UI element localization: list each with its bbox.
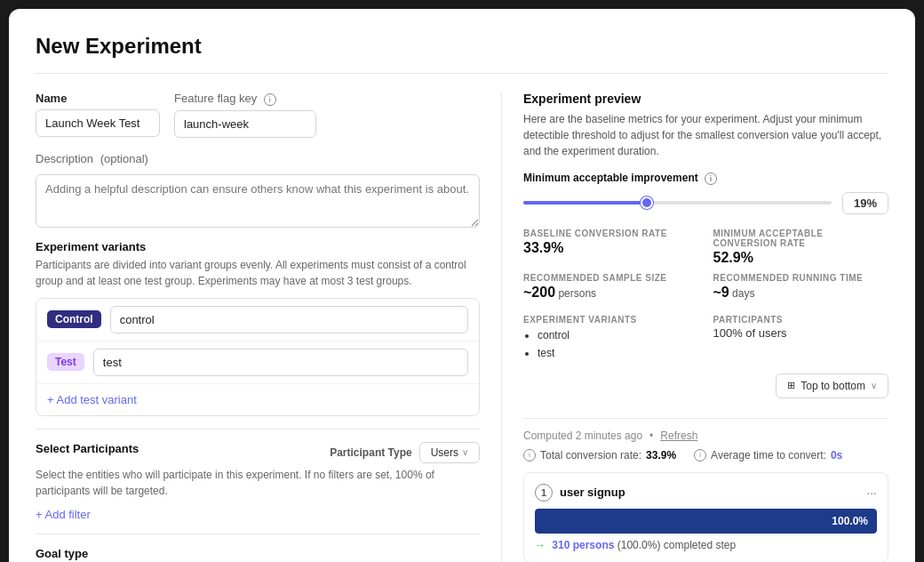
computed-row: Computed 2 minutes ago • Refresh	[523, 430, 888, 442]
top-to-bottom-button[interactable]: ⊞ Top to bottom ∨	[776, 373, 888, 398]
right-divider	[523, 418, 888, 419]
participants-title: Select Participants	[36, 442, 139, 455]
avg-time-value[interactable]: 0s	[831, 449, 842, 462]
variant-list-item-control: control	[538, 326, 699, 344]
funnel-footer-text: completed step	[664, 539, 736, 551]
avg-time-stat: i Average time to convert: 0s	[694, 449, 842, 462]
baseline-conversion-value: 33.9%	[523, 240, 699, 256]
total-rate-label: Total conversion rate:	[540, 449, 641, 462]
description-field-group: Description (optional)	[36, 152, 480, 228]
slider-track[interactable]	[523, 201, 832, 205]
sample-size-value: ~200 persons	[523, 285, 699, 301]
participants-header: Select Participants Participant Type Use…	[36, 442, 480, 463]
slider-thumb[interactable]	[641, 197, 653, 209]
description-textarea[interactable]	[36, 174, 480, 228]
flag-label: Feature flag key i	[174, 92, 316, 106]
flag-info-icon[interactable]: i	[264, 93, 276, 106]
participants-desc: Select the entities who will participate…	[36, 467, 480, 499]
running-time-block: RECOMMENDED RUNNING TIME ~9 days	[713, 273, 889, 301]
goal-section: Goal type Track how many persons complet…	[36, 547, 480, 562]
participants-preview-value: 100% of users	[713, 326, 889, 340]
control-badge: Control	[47, 310, 101, 328]
variants-info-grid: EXPERIMENT VARIANTS control test PARTICI…	[523, 315, 888, 363]
name-input[interactable]	[36, 109, 160, 137]
control-input[interactable]	[110, 306, 468, 333]
participant-type-label: Participant Type	[330, 446, 411, 459]
participant-chevron-icon: ∨	[462, 447, 468, 457]
improvement-info-icon[interactable]: i	[705, 173, 717, 185]
preview-desc: Here are the baseline metrics for your e…	[523, 111, 888, 159]
divider-1	[36, 429, 480, 430]
variant-list-item-test: test	[538, 344, 699, 362]
sort-btn-label: Top to bottom	[801, 380, 865, 392]
slider-row: 19%	[523, 192, 888, 214]
improvement-label: Minimum acceptable improvement i	[523, 172, 888, 185]
test-badge: Test	[47, 353, 84, 371]
slider-value: 19%	[842, 192, 888, 214]
name-field-group: Name	[36, 92, 160, 138]
new-experiment-modal: New Experiment Name Feature flag key i	[9, 9, 915, 562]
variants-section-title: Experiment variants	[36, 240, 480, 253]
funnel-footer: → 310 persons (100.0%) completed step	[535, 539, 877, 551]
min-acceptable-block: MINIMUM ACCEPTABLE CONVERSION RATE 52.9%	[713, 229, 889, 266]
left-panel: Name Feature flag key i Description (opt…	[36, 92, 480, 562]
participant-type-value: Users	[431, 446, 458, 459]
total-rate-icon: i	[523, 449, 536, 462]
description-label: Description (optional)	[36, 152, 480, 165]
variant-row-control: Control	[36, 299, 479, 341]
divider-2	[36, 534, 480, 534]
name-label: Name	[36, 92, 160, 105]
variants-list: control test	[523, 326, 699, 363]
funnel-footer-pct: (100.0%)	[617, 539, 661, 551]
right-panel: Experiment preview Here are the baseline…	[523, 92, 888, 562]
avg-time-icon: i	[694, 449, 706, 462]
preview-title: Experiment preview	[523, 92, 888, 106]
variants-section-desc: Participants are divided into variant gr…	[36, 257, 480, 289]
page-title: New Experiment	[36, 34, 888, 74]
min-acceptable-label: MINIMUM ACCEPTABLE CONVERSION RATE	[713, 229, 889, 248]
add-variant-row: + Add test variant	[36, 384, 479, 415]
funnel-bar-container: 100.0%	[535, 509, 877, 534]
participants-preview-block: PARTICIPANTS 100% of users	[713, 315, 889, 363]
funnel-step-1: 1 user signup ··· 100.0% → 310 persons (…	[523, 472, 888, 562]
funnel-header: 1 user signup ···	[535, 484, 877, 502]
sort-btn-row: ⊞ Top to bottom ∨	[523, 373, 888, 407]
stats-row: i Total conversion rate: 33.9% i Average…	[523, 449, 888, 462]
sort-chevron-icon: ∨	[871, 381, 877, 390]
participants-title-block: Select Participants	[36, 442, 139, 459]
flag-field-group: Feature flag key i	[174, 92, 316, 138]
sample-size-block: RECOMMENDED SAMPLE SIZE ~200 persons	[523, 273, 699, 301]
sample-size-label: RECOMMENDED SAMPLE SIZE	[523, 273, 699, 283]
participant-type-button[interactable]: Users ∨	[419, 442, 480, 463]
step-number: 1	[535, 484, 553, 502]
filter-icon: ⊞	[787, 380, 795, 391]
variant-row-test: Test	[36, 341, 479, 384]
funnel-bar-fill: 100.0%	[535, 509, 877, 534]
participants-preview-label: PARTICIPANTS	[713, 315, 889, 325]
step-menu-icon[interactable]: ···	[866, 486, 877, 500]
vertical-divider	[501, 92, 502, 562]
baseline-conversion-label: BASELINE CONVERSION RATE	[523, 229, 699, 238]
test-input[interactable]	[93, 349, 468, 376]
participant-type-row: Participant Type Users ∨	[330, 442, 480, 463]
experiment-variants-block: EXPERIMENT VARIANTS control test	[523, 315, 699, 363]
slider-fill	[523, 201, 647, 205]
running-time-value: ~9 days	[713, 285, 889, 301]
add-filter-link[interactable]: + Add filter	[36, 508, 480, 521]
dot-separator: •	[649, 430, 653, 442]
metrics-grid: BASELINE CONVERSION RATE 33.9% MINIMUM A…	[523, 229, 888, 301]
total-rate-value: 33.9%	[646, 449, 676, 462]
min-acceptable-value: 52.9%	[713, 250, 889, 266]
total-rate-stat: i Total conversion rate: 33.9%	[523, 449, 676, 462]
computed-text: Computed 2 minutes ago	[523, 430, 642, 442]
experiment-variants-label: EXPERIMENT VARIANTS	[523, 315, 699, 325]
running-time-label: RECOMMENDED RUNNING TIME	[713, 273, 889, 283]
refresh-link[interactable]: Refresh	[660, 430, 697, 442]
funnel-persons-link[interactable]: 310 persons	[552, 539, 614, 551]
funnel-arrow-icon: →	[535, 539, 546, 551]
add-variant-link[interactable]: + Add test variant	[47, 393, 468, 406]
goal-title: Goal type	[36, 547, 480, 560]
flag-input[interactable]	[174, 110, 316, 138]
variants-box: Control Test + Add test variant	[36, 298, 480, 416]
baseline-conversion-block: BASELINE CONVERSION RATE 33.9%	[523, 229, 699, 266]
